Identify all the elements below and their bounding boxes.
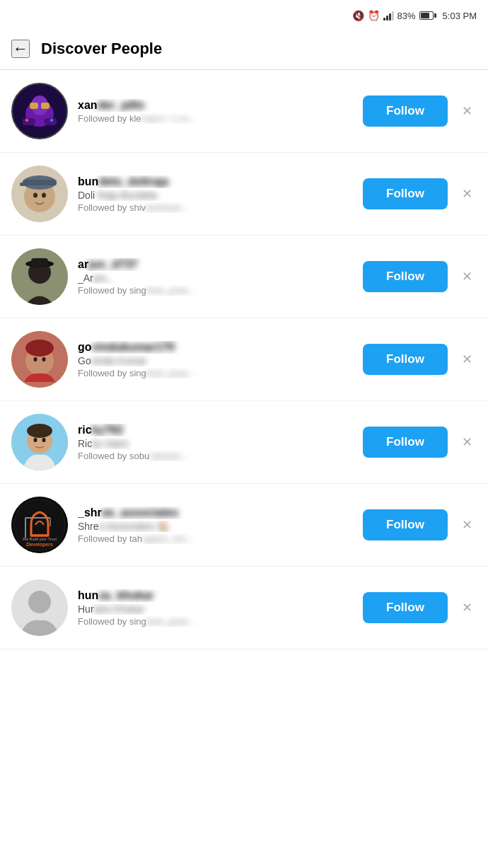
svg-rect-14	[20, 183, 28, 186]
svg-point-9	[50, 119, 53, 122]
svg-point-15	[33, 193, 37, 198]
svg-point-16	[42, 193, 46, 198]
svg-point-30	[42, 438, 46, 442]
svg-point-8	[25, 119, 28, 122]
dismiss-button[interactable]: ✕	[458, 598, 477, 617]
user-info: govindukumar170 Govinda Kumar Followed b…	[78, 341, 353, 378]
avatar	[11, 83, 68, 139]
display-name: Ricky Islam	[78, 438, 353, 449]
svg-rect-4	[41, 103, 50, 109]
username: govindukumar170	[78, 341, 353, 354]
followed-by: Followed by tahogaon_mo...	[78, 533, 353, 544]
dismiss-button[interactable]: ✕	[458, 267, 477, 286]
avatar	[11, 414, 68, 470]
followed-by: Followed by klement + 1 m...	[78, 113, 353, 124]
user-info: xander_pillo Followed by klement + 1 m..…	[78, 99, 353, 124]
followed-by: Followed by singhom_pras...	[78, 616, 353, 627]
user-list: xander_pillo Followed by klement + 1 m..…	[0, 70, 488, 649]
svg-text:Developers: Developers	[26, 542, 53, 548]
followed-by: Followed by singhom_pras...	[78, 368, 353, 378]
svg-point-24	[34, 357, 37, 361]
avatar	[11, 331, 68, 388]
status-time: 5:03 PM	[443, 11, 477, 21]
list-item: bundelu_doliraja Doli Raja Bundela Follo…	[0, 153, 488, 236]
display-name: Huraira Khukar	[78, 603, 353, 615]
follow-button[interactable]: Follow	[363, 96, 448, 127]
follow-button[interactable]: Follow	[363, 592, 448, 623]
avatar	[11, 248, 68, 305]
follow-button[interactable]: Follow	[363, 178, 448, 209]
display-name: Govinda Kumar	[78, 355, 353, 366]
back-button[interactable]: ←	[11, 40, 30, 58]
svg-rect-6	[23, 118, 35, 125]
avatar	[11, 166, 68, 222]
list-item: govindukumar170 Govinda Kumar Followed b…	[0, 318, 488, 401]
list-item: Developers We Build your Trust _shree_as…	[0, 484, 488, 567]
username: _shree_associates	[78, 507, 353, 519]
display-name: Doli Raja Bundela	[78, 190, 353, 201]
svg-point-29	[34, 438, 37, 442]
svg-rect-7	[44, 118, 57, 125]
battery-icon	[419, 11, 436, 20]
dismiss-button[interactable]: ✕	[458, 102, 477, 120]
signal-icon	[383, 11, 394, 21]
follow-button[interactable]: Follow	[363, 509, 448, 540]
svg-point-25	[42, 357, 46, 361]
svg-point-28	[27, 424, 52, 438]
username: arjun_d737	[78, 258, 353, 271]
list-item: ricky762 Ricky Islam Followed by soburah…	[0, 401, 488, 484]
display-name: _Arjun_	[78, 272, 353, 284]
svg-rect-3	[30, 103, 38, 109]
follow-button[interactable]: Follow	[363, 344, 448, 375]
dismiss-button[interactable]: ✕	[458, 516, 477, 534]
username: hunza_khukar	[78, 589, 353, 602]
user-info: hunza_khukar Huraira Khukar Followed by …	[78, 589, 353, 627]
follow-button[interactable]: Follow	[363, 427, 448, 458]
avatar	[11, 579, 68, 636]
user-info: ricky762 Ricky Islam Followed by soburah…	[78, 424, 353, 461]
followed-by: Followed by soburahomo...	[78, 451, 353, 461]
page-header: ← Discover People	[0, 31, 488, 70]
list-item: xander_pillo Followed by klement + 1 m..…	[0, 70, 488, 153]
page-title: Discover People	[41, 40, 162, 58]
svg-point-23	[25, 340, 54, 357]
avatar: Developers We Build your Trust	[11, 497, 68, 553]
svg-text:We Build your Trust: We Build your Trust	[23, 537, 57, 541]
follow-button[interactable]: Follow	[363, 261, 448, 292]
list-item: hunza_khukar Huraira Khukar Followed by …	[0, 567, 488, 649]
username: bundelu_doliraja	[78, 175, 353, 188]
username: xander_pillo	[78, 99, 353, 112]
dismiss-button[interactable]: ✕	[458, 350, 477, 369]
dismiss-button[interactable]: ✕	[458, 185, 477, 203]
svg-rect-20	[31, 258, 48, 267]
svg-rect-5	[38, 105, 41, 107]
list-item: arjun_d737 _Arjun_ Followed by singhom_p…	[0, 236, 488, 318]
user-info: bundelu_doliraja Doli Raja Bundela Follo…	[78, 175, 353, 213]
user-info: arjun_d737 _Arjun_ Followed by singhom_p…	[78, 258, 353, 296]
battery-percent: 83%	[397, 11, 416, 21]
dismiss-button[interactable]: ✕	[458, 433, 477, 451]
mute-icon: 🔇	[352, 10, 364, 21]
display-name: Shree Associates 🏠	[78, 521, 353, 532]
username: ricky762	[78, 424, 353, 436]
followed-by: Followed by singhom_pras...	[78, 285, 353, 296]
status-bar: 🔇 ⏰ 83% 5:03 PM	[0, 0, 488, 31]
alarm-icon: ⏰	[368, 10, 380, 21]
followed-by: Followed by shivanchosh...	[78, 202, 353, 213]
svg-point-40	[28, 591, 51, 613]
status-icons: 🔇 ⏰ 83% 5:03 PM	[352, 10, 477, 21]
user-info: _shree_associates Shree Associates 🏠 Fol…	[78, 507, 353, 544]
